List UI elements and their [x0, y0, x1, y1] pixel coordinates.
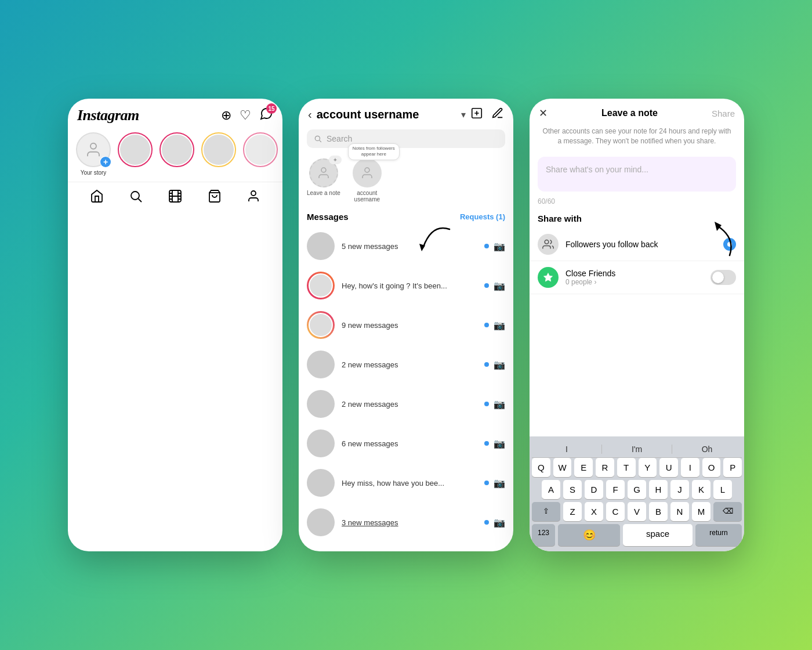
msg-preview-4: 2 new messages	[342, 400, 477, 409]
followers-icon	[538, 234, 559, 255]
add-post-button[interactable]: ⊕	[221, 108, 231, 123]
leave-note-item[interactable]: Leave a note +	[307, 158, 340, 196]
message-item-3[interactable]: 2 new messages 📷	[299, 345, 513, 384]
message-item-2[interactable]: 9 new messages 📷	[299, 305, 513, 345]
input-arrow	[689, 215, 735, 263]
search-bar[interactable]: Search	[307, 129, 505, 148]
note-input-area[interactable]: Share what's on your mind...	[538, 157, 736, 192]
camera-icon-1[interactable]: 📷	[494, 280, 505, 291]
key-B[interactable]: B	[649, 502, 668, 521]
predictive-row: I I'm Oh	[532, 441, 742, 458]
camera-icon-7[interactable]: 📷	[494, 517, 505, 528]
camera-icon-4[interactable]: 📷	[494, 399, 505, 410]
key-E[interactable]: E	[574, 458, 593, 477]
messages-button[interactable]: 15	[259, 107, 273, 124]
key-Z[interactable]: Z	[563, 502, 582, 521]
likes-button[interactable]: ♡	[240, 108, 251, 123]
close-friends-option-text: Close Friends 0 people ›	[566, 269, 704, 286]
message-item-0[interactable]: 5 new messages 📷	[299, 226, 513, 266]
instagram-logo: Instagram	[77, 107, 139, 124]
compose-button[interactable]	[491, 107, 504, 122]
key-C[interactable]: C	[606, 502, 625, 521]
camera-icon-2[interactable]: 📷	[494, 320, 505, 331]
key-Q[interactable]: Q	[532, 458, 550, 477]
story-2[interactable]	[160, 132, 194, 176]
back-button[interactable]: ‹	[308, 108, 312, 121]
requests-button[interactable]: Requests (1)	[460, 212, 505, 221]
key-shift[interactable]: ⇧	[532, 502, 560, 521]
story-3[interactable]	[201, 132, 236, 176]
camera-icon-0[interactable]: 📷	[494, 241, 505, 252]
key-M[interactable]: M	[692, 502, 710, 521]
key-T[interactable]: T	[617, 458, 636, 477]
leave-note-label: Leave a note	[307, 190, 340, 196]
camera-icon-6[interactable]: 📷	[494, 478, 505, 489]
header-icons: ⊕ ♡ 15	[221, 107, 273, 124]
key-X[interactable]: X	[585, 502, 603, 521]
close-friends-option[interactable]: Close Friends 0 people ›	[530, 261, 744, 294]
your-story[interactable]: + Your story	[76, 132, 111, 176]
predict-2[interactable]: I'm	[602, 445, 672, 454]
camera-icon-3[interactable]: 📷	[494, 359, 505, 370]
key-R[interactable]: R	[596, 458, 614, 477]
key-Y[interactable]: Y	[639, 458, 657, 477]
story-1[interactable]	[118, 132, 153, 176]
message-item-6[interactable]: Hey miss, how have you bee... 📷	[299, 463, 513, 503]
key-H[interactable]: H	[649, 480, 668, 499]
key-V[interactable]: V	[628, 502, 646, 521]
camera-icon-5[interactable]: 📷	[494, 438, 505, 449]
key-K[interactable]: K	[692, 480, 710, 499]
msg-avatar-inner-2	[309, 313, 333, 337]
key-O[interactable]: O	[702, 458, 721, 477]
msg-preview-5: 6 new messages	[342, 439, 477, 448]
key-123[interactable]: 123	[532, 524, 555, 546]
profile-nav-button[interactable]	[246, 189, 260, 207]
key-W[interactable]: W	[553, 458, 572, 477]
key-backspace[interactable]: ⌫	[713, 502, 742, 521]
close-button[interactable]: ✕	[539, 107, 548, 120]
message-item-5[interactable]: 6 new messages 📷	[299, 424, 513, 463]
key-I[interactable]: I	[681, 458, 699, 477]
msg-icons-4: 📷	[484, 399, 505, 410]
msg-preview-6: Hey miss, how have you bee...	[342, 479, 477, 488]
key-U[interactable]: U	[659, 458, 678, 477]
msg-icons-6: 📷	[484, 478, 505, 489]
story-4[interactable]	[243, 132, 278, 176]
key-N[interactable]: N	[670, 502, 689, 521]
notes-section: Leave a note + Notes from followersappea…	[299, 154, 513, 210]
key-J[interactable]: J	[670, 480, 689, 499]
key-P[interactable]: P	[723, 458, 742, 477]
dropdown-chevron[interactable]: ▾	[461, 109, 466, 120]
search-nav-button[interactable]	[129, 189, 143, 207]
predict-3[interactable]: Oh	[672, 445, 742, 454]
message-item-1[interactable]: Hey, how's it going ? It's been... 📷	[299, 266, 513, 305]
msg-icons-0: 📷	[484, 241, 505, 252]
note-arrow	[415, 218, 461, 266]
msg-icons-2: 📷	[484, 320, 505, 331]
home-nav-button[interactable]	[90, 189, 104, 207]
new-chat-button[interactable]	[470, 107, 483, 122]
char-count: 60/60	[538, 197, 736, 205]
key-G[interactable]: G	[628, 480, 646, 499]
leave-note-header: ✕ Leave a note Share	[530, 99, 744, 124]
key-F[interactable]: F	[606, 480, 625, 499]
key-emoji[interactable]: 😊	[558, 524, 620, 546]
your-story-label: Your story	[81, 169, 107, 176]
predict-1[interactable]: I	[532, 445, 602, 454]
message-item-4[interactable]: 2 new messages 📷	[299, 384, 513, 424]
key-return[interactable]: return	[695, 524, 742, 546]
reels-nav-button[interactable]	[168, 189, 182, 207]
msg-content-3: 2 new messages	[342, 360, 477, 369]
share-button[interactable]: Share	[712, 109, 735, 118]
unread-dot-4	[484, 402, 489, 406]
key-D[interactable]: D	[585, 480, 603, 499]
shop-nav-button[interactable]	[208, 189, 222, 207]
msg-icons-5: 📷	[484, 438, 505, 449]
message-item-7[interactable]: 3 new messages 📷	[299, 503, 513, 542]
key-A[interactable]: A	[542, 480, 560, 499]
key-S[interactable]: S	[563, 480, 582, 499]
key-space[interactable]: space	[623, 524, 693, 546]
key-L[interactable]: L	[713, 480, 732, 499]
account-note-item[interactable]: Notes from followersappear here account …	[350, 158, 385, 203]
close-friends-toggle[interactable]	[710, 270, 736, 285]
